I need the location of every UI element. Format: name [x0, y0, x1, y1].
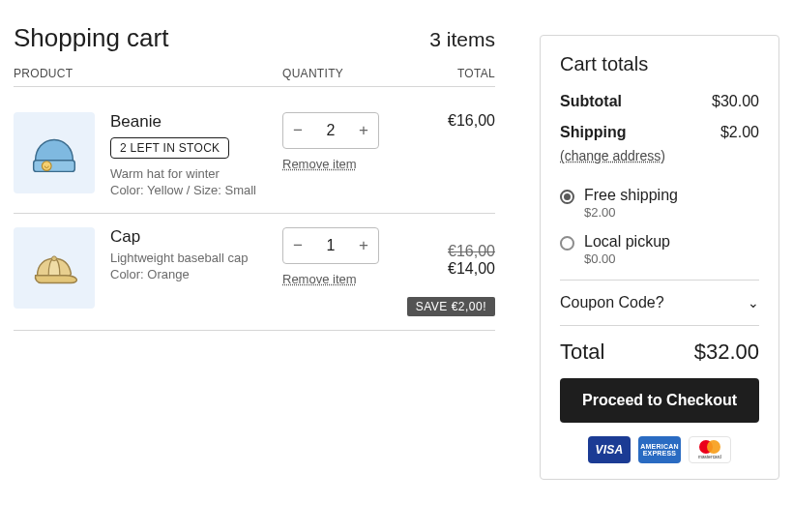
product-description: Lightweight baseball cap	[110, 251, 248, 265]
shipping-label: Shipping	[560, 124, 626, 141]
divider	[560, 325, 759, 326]
shipping-option-price: $0.00	[584, 251, 670, 266]
visa-card-icon: VISA	[588, 436, 631, 463]
product-image	[14, 227, 95, 309]
column-header-product: PRODUCT	[14, 67, 282, 80]
column-header-total: TOTAL	[398, 67, 495, 80]
svg-point-1	[42, 162, 51, 171]
product-name: Beanie	[110, 112, 256, 132]
minus-icon[interactable]: −	[283, 228, 312, 263]
quantity-stepper: − 2 +	[282, 112, 379, 149]
checkout-button[interactable]: Proceed to Checkout	[560, 378, 759, 423]
remove-item-link[interactable]: Remove item	[282, 157, 357, 171]
divider	[560, 280, 759, 281]
product-name: Cap	[110, 227, 248, 247]
change-address-link[interactable]: (change address)	[560, 148, 665, 163]
product-variant: Color: Yellow / Size: Small	[110, 183, 256, 197]
plus-icon[interactable]: +	[349, 228, 378, 263]
item-count: 3 items	[429, 28, 495, 51]
shipping-option-label: Local pickup	[584, 233, 670, 251]
product-description: Warm hat for winter	[110, 166, 256, 181]
line-price: €14,00	[398, 260, 495, 278]
minus-icon[interactable]: −	[283, 113, 312, 148]
shipping-option-label: Free shipping	[584, 187, 678, 204]
quantity-value[interactable]: 1	[312, 237, 349, 254]
cart-totals-panel: Cart totals Subtotal $30.00 Shipping $2.…	[540, 35, 779, 480]
remove-item-link[interactable]: Remove item	[282, 272, 357, 286]
shipping-option[interactable]: Local pickup $0.00	[560, 233, 759, 266]
mastercard-icon: mastercard	[689, 436, 731, 463]
radio-icon[interactable]	[560, 190, 574, 204]
cart-line: Beanie 2 LEFT IN STOCK Warm hat for wint…	[14, 99, 495, 214]
cart-line: Cap Lightweight baseball cap Color: Oran…	[14, 214, 495, 331]
page-title: Shopping cart	[14, 23, 168, 53]
quantity-stepper: − 1 +	[282, 227, 379, 264]
plus-icon[interactable]: +	[349, 113, 378, 148]
shipping-value: $2.00	[720, 124, 759, 141]
product-variant: Color: Orange	[110, 267, 248, 281]
shipping-option[interactable]: Free shipping $2.00	[560, 187, 759, 220]
beanie-icon	[24, 123, 84, 183]
cart-panel: Shopping cart 3 items PRODUCT QUANTITY T…	[14, 23, 495, 331]
product-image	[14, 112, 95, 193]
chevron-down-icon: ⌄	[748, 295, 759, 310]
svg-point-2	[52, 256, 57, 261]
shipping-option-price: $2.00	[584, 205, 678, 220]
radio-icon[interactable]	[560, 236, 574, 251]
total-value: $32.00	[694, 340, 759, 365]
subtotal-label: Subtotal	[560, 93, 622, 110]
svg-rect-0	[34, 161, 75, 172]
line-total: €16,00	[398, 112, 495, 130]
totals-title: Cart totals	[560, 53, 759, 75]
column-header-quantity: QUANTITY	[282, 67, 398, 80]
cap-icon	[24, 238, 84, 298]
total-label: Total	[560, 340, 604, 365]
savings-badge: SAVE €2,00!	[407, 297, 495, 316]
stock-badge: 2 LEFT IN STOCK	[110, 137, 229, 159]
coupon-label: Coupon Code?	[560, 294, 664, 311]
line-original-price: €16,00	[398, 243, 495, 260]
subtotal-value: $30.00	[712, 93, 759, 110]
coupon-toggle[interactable]: Coupon Code? ⌄	[560, 294, 759, 311]
amex-card-icon: AMERICANEXPRESS	[638, 436, 681, 463]
quantity-value[interactable]: 2	[312, 122, 349, 139]
